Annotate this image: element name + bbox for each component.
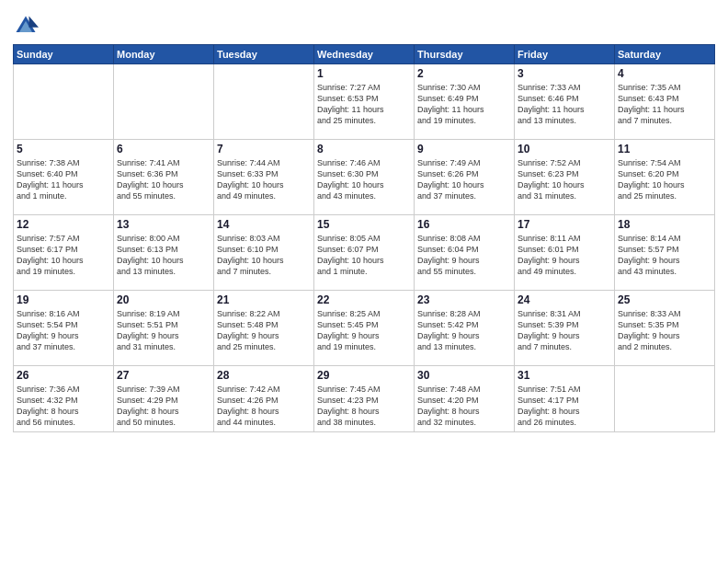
day-number: 18 (618, 218, 711, 231)
day-number: 23 (417, 293, 511, 306)
calendar-cell: 28Sunrise: 7:42 AM Sunset: 4:26 PM Dayli… (214, 366, 314, 432)
day-info: Sunrise: 7:33 AM Sunset: 6:46 PM Dayligh… (518, 82, 611, 127)
day-info: Sunrise: 8:31 AM Sunset: 5:39 PM Dayligh… (518, 308, 611, 353)
day-number: 11 (618, 143, 711, 155)
calendar-week-row: 12Sunrise: 7:57 AM Sunset: 6:17 PM Dayli… (14, 215, 715, 291)
day-info: Sunrise: 7:52 AM Sunset: 6:23 PM Dayligh… (518, 157, 611, 202)
day-info: Sunrise: 7:49 AM Sunset: 6:26 PM Dayligh… (417, 157, 511, 202)
calendar-cell (114, 64, 214, 140)
day-number: 17 (518, 218, 611, 231)
day-info: Sunrise: 8:28 AM Sunset: 5:42 PM Dayligh… (417, 308, 511, 353)
day-info: Sunrise: 8:16 AM Sunset: 5:54 PM Dayligh… (17, 308, 110, 353)
day-number: 7 (217, 143, 311, 155)
calendar-week-row: 19Sunrise: 8:16 AM Sunset: 5:54 PM Dayli… (14, 291, 715, 366)
day-number: 25 (618, 293, 711, 306)
day-number: 31 (518, 369, 611, 382)
day-number: 30 (417, 369, 511, 382)
calendar-cell: 12Sunrise: 7:57 AM Sunset: 6:17 PM Dayli… (14, 215, 114, 291)
day-info: Sunrise: 8:22 AM Sunset: 5:48 PM Dayligh… (217, 308, 311, 353)
day-number: 29 (317, 369, 411, 382)
day-header-tuesday: Tuesday (214, 45, 314, 64)
calendar-cell: 7Sunrise: 7:44 AM Sunset: 6:33 PM Daylig… (214, 140, 314, 215)
day-info: Sunrise: 7:48 AM Sunset: 4:20 PM Dayligh… (417, 384, 511, 429)
calendar-cell: 19Sunrise: 8:16 AM Sunset: 5:54 PM Dayli… (14, 291, 114, 366)
day-info: Sunrise: 7:46 AM Sunset: 6:30 PM Dayligh… (317, 157, 411, 202)
day-number: 12 (17, 218, 110, 231)
calendar-cell: 20Sunrise: 8:19 AM Sunset: 5:51 PM Dayli… (114, 291, 214, 366)
day-info: Sunrise: 7:35 AM Sunset: 6:43 PM Dayligh… (618, 82, 711, 127)
day-info: Sunrise: 8:25 AM Sunset: 5:45 PM Dayligh… (317, 308, 411, 353)
calendar-cell: 6Sunrise: 7:41 AM Sunset: 6:36 PM Daylig… (114, 140, 214, 215)
day-number: 15 (317, 218, 411, 231)
day-info: Sunrise: 8:00 AM Sunset: 6:13 PM Dayligh… (117, 233, 210, 278)
day-number: 22 (317, 293, 411, 306)
calendar-header-row: SundayMondayTuesdayWednesdayThursdayFrid… (14, 45, 715, 64)
calendar-cell: 26Sunrise: 7:36 AM Sunset: 4:32 PM Dayli… (14, 366, 114, 432)
day-info: Sunrise: 8:05 AM Sunset: 6:07 PM Dayligh… (317, 233, 411, 278)
day-info: Sunrise: 7:57 AM Sunset: 6:17 PM Dayligh… (17, 233, 110, 278)
calendar-cell: 30Sunrise: 7:48 AM Sunset: 4:20 PM Dayli… (415, 366, 515, 432)
day-info: Sunrise: 7:45 AM Sunset: 4:23 PM Dayligh… (317, 384, 411, 429)
calendar-cell: 25Sunrise: 8:33 AM Sunset: 5:35 PM Dayli… (615, 291, 715, 366)
calendar-cell: 21Sunrise: 8:22 AM Sunset: 5:48 PM Dayli… (214, 291, 314, 366)
day-info: Sunrise: 7:38 AM Sunset: 6:40 PM Dayligh… (17, 157, 110, 202)
day-info: Sunrise: 7:30 AM Sunset: 6:49 PM Dayligh… (417, 82, 511, 127)
day-number: 8 (317, 143, 411, 155)
day-info: Sunrise: 7:27 AM Sunset: 6:53 PM Dayligh… (317, 82, 411, 127)
calendar-cell: 3Sunrise: 7:33 AM Sunset: 6:46 PM Daylig… (515, 64, 615, 140)
calendar-cell: 17Sunrise: 8:11 AM Sunset: 6:01 PM Dayli… (515, 215, 615, 291)
calendar-cell: 18Sunrise: 8:14 AM Sunset: 5:57 PM Dayli… (615, 215, 715, 291)
day-number: 20 (117, 293, 210, 306)
day-number: 2 (417, 67, 511, 80)
day-number: 27 (117, 369, 210, 382)
day-number: 9 (417, 143, 511, 155)
day-header-sunday: Sunday (14, 45, 114, 64)
day-number: 13 (117, 218, 210, 231)
calendar-cell: 13Sunrise: 8:00 AM Sunset: 6:13 PM Dayli… (114, 215, 214, 291)
calendar-cell: 8Sunrise: 7:46 AM Sunset: 6:30 PM Daylig… (314, 140, 415, 215)
header (13, 9, 715, 39)
calendar-cell: 31Sunrise: 7:51 AM Sunset: 4:17 PM Dayli… (515, 366, 615, 432)
day-number: 10 (518, 143, 611, 155)
day-info: Sunrise: 7:51 AM Sunset: 4:17 PM Dayligh… (518, 384, 611, 429)
day-number: 28 (217, 369, 311, 382)
day-header-wednesday: Wednesday (314, 45, 415, 64)
logo-icon (13, 13, 39, 39)
calendar-cell: 29Sunrise: 7:45 AM Sunset: 4:23 PM Dayli… (314, 366, 415, 432)
day-number: 14 (217, 218, 311, 231)
calendar-cell: 16Sunrise: 8:08 AM Sunset: 6:04 PM Dayli… (415, 215, 515, 291)
day-number: 16 (417, 218, 511, 231)
day-info: Sunrise: 7:41 AM Sunset: 6:36 PM Dayligh… (117, 157, 210, 202)
day-header-friday: Friday (515, 45, 615, 64)
day-info: Sunrise: 8:33 AM Sunset: 5:35 PM Dayligh… (618, 308, 711, 353)
day-number: 3 (518, 67, 611, 80)
page: SundayMondayTuesdayWednesdayThursdayFrid… (0, 0, 728, 563)
calendar-cell: 22Sunrise: 8:25 AM Sunset: 5:45 PM Dayli… (314, 291, 415, 366)
day-info: Sunrise: 8:03 AM Sunset: 6:10 PM Dayligh… (217, 233, 311, 278)
calendar-cell: 2Sunrise: 7:30 AM Sunset: 6:49 PM Daylig… (415, 64, 515, 140)
day-info: Sunrise: 7:36 AM Sunset: 4:32 PM Dayligh… (17, 384, 110, 429)
day-info: Sunrise: 8:11 AM Sunset: 6:01 PM Dayligh… (518, 233, 611, 278)
day-info: Sunrise: 7:44 AM Sunset: 6:33 PM Dayligh… (217, 157, 311, 202)
calendar-cell (615, 366, 715, 432)
day-number: 6 (117, 143, 210, 155)
calendar-cell: 5Sunrise: 7:38 AM Sunset: 6:40 PM Daylig… (14, 140, 114, 215)
calendar-cell: 11Sunrise: 7:54 AM Sunset: 6:20 PM Dayli… (615, 140, 715, 215)
day-number: 24 (518, 293, 611, 306)
calendar-cell: 15Sunrise: 8:05 AM Sunset: 6:07 PM Dayli… (314, 215, 415, 291)
calendar-week-row: 1Sunrise: 7:27 AM Sunset: 6:53 PM Daylig… (14, 64, 715, 140)
day-number: 1 (317, 67, 411, 80)
day-header-saturday: Saturday (615, 45, 715, 64)
day-header-thursday: Thursday (415, 45, 515, 64)
day-info: Sunrise: 8:14 AM Sunset: 5:57 PM Dayligh… (618, 233, 711, 278)
day-number: 21 (217, 293, 311, 306)
day-header-monday: Monday (114, 45, 214, 64)
calendar-cell: 23Sunrise: 8:28 AM Sunset: 5:42 PM Dayli… (415, 291, 515, 366)
calendar-cell: 27Sunrise: 7:39 AM Sunset: 4:29 PM Dayli… (114, 366, 214, 432)
calendar-cell: 24Sunrise: 8:31 AM Sunset: 5:39 PM Dayli… (515, 291, 615, 366)
day-info: Sunrise: 7:39 AM Sunset: 4:29 PM Dayligh… (117, 384, 210, 429)
calendar-week-row: 26Sunrise: 7:36 AM Sunset: 4:32 PM Dayli… (14, 366, 715, 432)
calendar-cell: 1Sunrise: 7:27 AM Sunset: 6:53 PM Daylig… (314, 64, 415, 140)
day-number: 5 (17, 143, 110, 155)
day-number: 26 (17, 369, 110, 382)
